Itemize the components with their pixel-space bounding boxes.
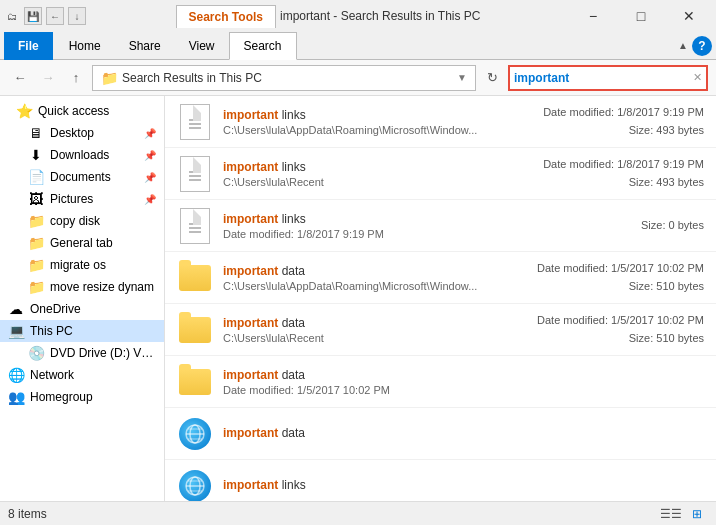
dvd-drive-icon: 💿 bbox=[28, 345, 44, 361]
sidebar-item-desktop[interactable]: 🖥 Desktop 📌 bbox=[0, 122, 164, 144]
result-meta: Date modified: 1/8/2017 9:19 PMSize: 493… bbox=[543, 156, 704, 191]
result-name: important links bbox=[223, 108, 543, 122]
sidebar-item-pictures[interactable]: 🖼 Pictures 📌 bbox=[0, 188, 164, 210]
close-button[interactable]: ✕ bbox=[666, 0, 712, 32]
back-button[interactable]: ← bbox=[8, 66, 32, 90]
pin-icon-documents: 📌 bbox=[144, 172, 156, 183]
result-meta: Date modified: 1/8/2017 9:19 PMSize: 493… bbox=[543, 104, 704, 139]
result-item[interactable]: important data Date modified: 1/5/2017 1… bbox=[165, 356, 716, 408]
sidebar-label-quick-access: Quick access bbox=[38, 104, 156, 118]
sidebar-item-homegroup[interactable]: 👥 Homegroup bbox=[0, 386, 164, 408]
meta-line-1: Date modified: 1/8/2017 9:19 PM bbox=[543, 104, 704, 122]
network-icon: 🌐 bbox=[8, 367, 24, 383]
sidebar-item-network[interactable]: 🌐 Network bbox=[0, 364, 164, 386]
result-info: important data Date modified: 1/5/2017 1… bbox=[223, 368, 704, 396]
result-path: Date modified: 1/5/2017 10:02 PM bbox=[223, 384, 503, 396]
tab-file[interactable]: File bbox=[4, 32, 53, 60]
result-item[interactable]: important data C:\Users\lula\AppData\Roa… bbox=[165, 252, 716, 304]
documents-icon: 📄 bbox=[28, 169, 44, 185]
view-controls: ☰☰ ⊞ bbox=[660, 503, 708, 525]
forward-button[interactable]: → bbox=[36, 66, 60, 90]
quick-access-icon: ⭐ bbox=[16, 103, 32, 119]
result-name: important data bbox=[223, 316, 537, 330]
sidebar-item-general-tab[interactable]: 📁 General tab bbox=[0, 232, 164, 254]
search-input[interactable] bbox=[514, 71, 693, 85]
sidebar-item-move-resize[interactable]: 📁 move resize dynam bbox=[0, 276, 164, 298]
content-area: important links C:\Users\lula\AppData\Ro… bbox=[165, 96, 716, 501]
sidebar-item-dvd-drive[interactable]: 💿 DVD Drive (D:) VMwa... bbox=[0, 342, 164, 364]
quick-access-btn-3[interactable]: ↓ bbox=[68, 7, 86, 25]
tab-home[interactable]: Home bbox=[55, 32, 115, 60]
up-button[interactable]: ↑ bbox=[64, 66, 88, 90]
list-view-button[interactable]: ☰☰ bbox=[660, 503, 682, 525]
result-path: C:\Users\lula\AppData\Roaming\Microsoft\… bbox=[223, 280, 503, 292]
migrate-os-icon: 📁 bbox=[28, 257, 44, 273]
refresh-button[interactable]: ↻ bbox=[480, 66, 504, 90]
result-name-highlight: important bbox=[223, 368, 278, 382]
result-item[interactable]: important links C:\Users\lula\Recent Dat… bbox=[165, 148, 716, 200]
folder-icon bbox=[179, 317, 211, 343]
globe-icon bbox=[179, 418, 211, 450]
result-item[interactable]: important links Date modified: 1/8/2017 … bbox=[165, 200, 716, 252]
meta-line-1: Size: 0 bytes bbox=[641, 217, 704, 235]
document-icon bbox=[180, 208, 210, 244]
move-resize-icon: 📁 bbox=[28, 279, 44, 295]
result-icon-wrapper bbox=[177, 104, 213, 140]
title-bar-controls: − □ ✕ bbox=[570, 0, 712, 32]
result-name-highlight: important bbox=[223, 212, 278, 226]
result-item[interactable]: important data bbox=[165, 408, 716, 460]
folder-icon bbox=[179, 265, 211, 291]
pin-icon-pictures: 📌 bbox=[144, 194, 156, 205]
downloads-icon: ⬇ bbox=[28, 147, 44, 163]
result-icon-wrapper bbox=[177, 468, 213, 502]
status-bar: 8 items ☰☰ ⊞ bbox=[0, 501, 716, 525]
result-icon-wrapper bbox=[177, 208, 213, 244]
result-icon-wrapper bbox=[177, 156, 213, 192]
sidebar-item-onedrive[interactable]: ☁ OneDrive bbox=[0, 298, 164, 320]
address-path-bar[interactable]: 📁 Search Results in This PC ▼ bbox=[92, 65, 476, 91]
active-ribbon-tab-label[interactable]: Search Tools bbox=[176, 5, 276, 28]
folder-icon bbox=[179, 369, 211, 395]
document-icon bbox=[180, 104, 210, 140]
sidebar-label-dvd-drive: DVD Drive (D:) VMwa... bbox=[50, 346, 156, 360]
result-icon-wrapper bbox=[177, 364, 213, 400]
search-clear-icon[interactable]: ✕ bbox=[693, 71, 702, 84]
search-box[interactable]: ✕ bbox=[508, 65, 708, 91]
meta-line-1: Date modified: 1/5/2017 10:02 PM bbox=[537, 312, 704, 330]
tab-search[interactable]: Search bbox=[229, 32, 297, 60]
sidebar-item-documents[interactable]: 📄 Documents 📌 bbox=[0, 166, 164, 188]
result-name: important data bbox=[223, 264, 537, 278]
sidebar-label-downloads: Downloads bbox=[50, 148, 138, 162]
sidebar-item-migrate-os[interactable]: 📁 migrate os bbox=[0, 254, 164, 276]
result-item[interactable]: important links bbox=[165, 460, 716, 501]
ribbon-tabs: File Home Share View Search ▲ ? bbox=[0, 32, 716, 60]
details-view-button[interactable]: ⊞ bbox=[686, 503, 708, 525]
result-info: important links bbox=[223, 478, 704, 494]
result-item[interactable]: important data C:\Users\lula\Recent Date… bbox=[165, 304, 716, 356]
sidebar-item-copy-disk[interactable]: 📁 copy disk bbox=[0, 210, 164, 232]
item-count: 8 items bbox=[8, 507, 47, 521]
tab-share[interactable]: Share bbox=[115, 32, 175, 60]
maximize-button[interactable]: □ bbox=[618, 0, 664, 32]
sidebar-item-this-pc[interactable]: 💻 This PC bbox=[0, 320, 164, 342]
result-item[interactable]: important links C:\Users\lula\AppData\Ro… bbox=[165, 96, 716, 148]
sidebar-label-move-resize: move resize dynam bbox=[50, 280, 156, 294]
title-bar-left: 🗂 💾 ← ↓ bbox=[4, 7, 86, 25]
result-meta: Date modified: 1/5/2017 10:02 PMSize: 51… bbox=[537, 312, 704, 347]
sidebar-item-downloads[interactable]: ⬇ Downloads 📌 bbox=[0, 144, 164, 166]
result-name: important links bbox=[223, 160, 543, 174]
minimize-button[interactable]: − bbox=[570, 0, 616, 32]
quick-access-btn-1[interactable]: 💾 bbox=[24, 7, 42, 25]
result-name: important data bbox=[223, 426, 704, 440]
meta-line-1: Date modified: 1/5/2017 10:02 PM bbox=[537, 260, 704, 278]
result-name: important data bbox=[223, 368, 704, 382]
meta-line-2: Size: 510 bytes bbox=[537, 278, 704, 296]
help-button[interactable]: ? bbox=[692, 36, 712, 56]
result-path: C:\Users\lula\Recent bbox=[223, 176, 503, 188]
document-icon bbox=[180, 156, 210, 192]
quick-access-btn-2[interactable]: ← bbox=[46, 7, 64, 25]
result-name-highlight: important bbox=[223, 108, 278, 122]
onedrive-icon: ☁ bbox=[8, 301, 24, 317]
ribbon-collapse-icon[interactable]: ▲ bbox=[678, 40, 688, 51]
tab-view[interactable]: View bbox=[175, 32, 229, 60]
